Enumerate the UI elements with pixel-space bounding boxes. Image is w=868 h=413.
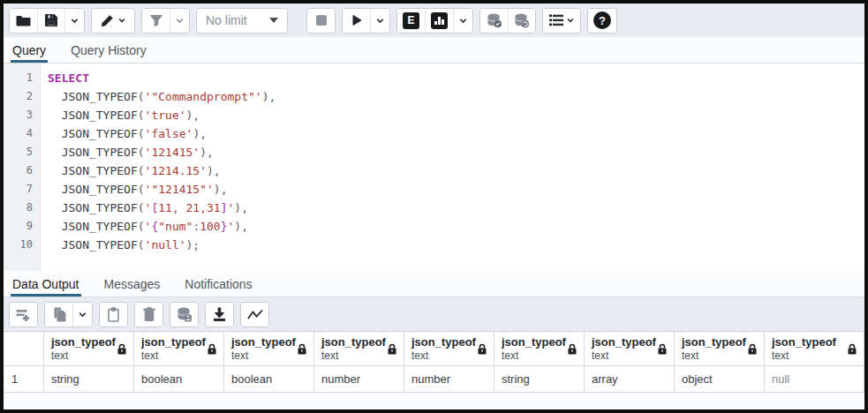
column-name: json_typeof bbox=[231, 335, 294, 349]
chevron-down-icon bbox=[78, 310, 87, 319]
query-toolbar: No limit E bbox=[4, 4, 864, 37]
chevron-down-icon bbox=[117, 16, 126, 25]
edit-pencil-icon bbox=[101, 13, 115, 27]
query-tool-window: No limit E bbox=[0, 0, 868, 413]
column-type: text bbox=[682, 349, 744, 362]
data-cell[interactable]: array bbox=[585, 366, 675, 393]
copy-dropdown-button[interactable] bbox=[72, 303, 92, 327]
download-button[interactable] bbox=[206, 303, 233, 327]
line-number: 3 bbox=[4, 106, 40, 124]
chevron-down-icon bbox=[175, 16, 185, 26]
tab-query[interactable]: Query bbox=[12, 37, 46, 63]
query-tabstrip: Query Query History bbox=[4, 37, 864, 64]
column-header[interactable]: json_typeoftext bbox=[585, 332, 675, 366]
code-line: JSON_TYPEOF('1214.15'), bbox=[48, 161, 275, 180]
code-line: JSON_TYPEOF('null'); bbox=[48, 236, 275, 254]
explain-dropdown-button[interactable] bbox=[453, 9, 472, 33]
stop-button-group bbox=[306, 8, 336, 34]
column-header[interactable]: json_typeoftext bbox=[314, 332, 404, 366]
tab-notifications[interactable]: Notifications bbox=[185, 271, 252, 297]
grid-corner-cell[interactable] bbox=[4, 332, 44, 366]
lock-icon bbox=[747, 343, 758, 355]
save-icon bbox=[44, 13, 58, 27]
delete-group bbox=[134, 302, 163, 327]
help-button[interactable]: ? bbox=[588, 9, 616, 33]
sql-editor[interactable]: 12345678910 SELECT JSON_TYPEOF('"Command… bbox=[4, 64, 864, 271]
row-limit-select[interactable]: No limit bbox=[197, 9, 287, 33]
column-name: json_typeof bbox=[682, 335, 744, 349]
data-cell[interactable]: number bbox=[404, 366, 494, 393]
data-cell[interactable]: string bbox=[44, 366, 134, 393]
column-header[interactable]: json_typeoftext bbox=[494, 332, 585, 366]
filter-button[interactable] bbox=[142, 9, 170, 33]
macros-list-icon bbox=[549, 14, 563, 26]
explain-analyze-button[interactable] bbox=[425, 9, 453, 33]
lock-icon bbox=[207, 343, 217, 355]
lock-icon bbox=[477, 343, 487, 355]
code-line: JSON_TYPEOF('false'), bbox=[48, 124, 275, 143]
save-data-button[interactable] bbox=[170, 303, 198, 327]
tab-data-output[interactable]: Data Output bbox=[12, 271, 79, 297]
data-cell[interactable]: null bbox=[765, 366, 864, 393]
tab-query-history[interactable]: Query History bbox=[71, 37, 147, 63]
copy-button[interactable] bbox=[45, 303, 72, 327]
row-number-cell[interactable]: 1 bbox=[4, 366, 44, 393]
results-grid: json_typeoftextjson_typeoftextjson_typeo… bbox=[4, 331, 864, 393]
column-name: json_typeof bbox=[321, 335, 384, 349]
column-type: text bbox=[592, 349, 654, 362]
paste-group bbox=[99, 302, 128, 327]
filter-dropdown-button[interactable] bbox=[170, 9, 189, 33]
execute-dropdown-button[interactable] bbox=[370, 9, 389, 33]
row-limit-value: No limit bbox=[206, 13, 247, 27]
line-numbers: 12345678910 bbox=[4, 64, 41, 271]
save-data-group bbox=[170, 302, 199, 327]
save-dropdown-button[interactable] bbox=[64, 9, 84, 33]
download-group bbox=[205, 302, 234, 327]
explain-button[interactable]: E bbox=[397, 9, 425, 33]
line-number: 4 bbox=[4, 124, 40, 143]
macros-dropdown-button[interactable] bbox=[543, 9, 580, 33]
file-button-group bbox=[9, 8, 85, 34]
edit-button-group bbox=[91, 8, 135, 34]
data-cell[interactable]: object bbox=[675, 366, 765, 393]
column-header[interactable]: json_typeoftext bbox=[134, 332, 224, 366]
commit-database-icon bbox=[487, 13, 502, 28]
paste-button[interactable] bbox=[100, 303, 127, 327]
execute-button[interactable] bbox=[343, 9, 370, 33]
code-area[interactable]: SELECT JSON_TYPEOF('"Commandprompt"'), J… bbox=[41, 64, 275, 271]
column-header[interactable]: json_typeoftext bbox=[224, 332, 314, 366]
add-row-button[interactable] bbox=[10, 303, 37, 327]
transaction-button-group bbox=[479, 8, 536, 34]
play-icon bbox=[351, 14, 363, 26]
delete-button[interactable] bbox=[135, 303, 162, 327]
explain-analyze-chart-icon bbox=[431, 12, 448, 29]
column-header[interactable]: json_typeoftext bbox=[44, 332, 134, 366]
column-header[interactable]: json_typeoftext bbox=[404, 332, 494, 366]
column-type: text bbox=[411, 349, 474, 362]
column-name: json_typeof bbox=[502, 335, 564, 349]
output-tabstrip: Data Output Messages Notifications bbox=[4, 271, 864, 297]
data-cell[interactable]: string bbox=[494, 366, 585, 393]
rollback-button[interactable] bbox=[508, 9, 535, 33]
tab-messages[interactable]: Messages bbox=[104, 271, 161, 297]
download-csv-icon bbox=[213, 307, 226, 321]
chevron-down-icon bbox=[458, 16, 468, 26]
results-toolbar bbox=[4, 297, 864, 331]
column-type: text bbox=[141, 349, 204, 362]
help-icon: ? bbox=[593, 11, 611, 29]
save-file-button[interactable] bbox=[37, 9, 64, 33]
open-file-button[interactable] bbox=[10, 9, 37, 33]
column-header[interactable]: json_typeoftext bbox=[765, 332, 864, 366]
edit-dropdown-button[interactable] bbox=[92, 9, 134, 33]
data-cell[interactable]: number bbox=[314, 366, 404, 393]
column-header[interactable]: json_typeoftext bbox=[675, 332, 765, 366]
copy-icon bbox=[52, 307, 66, 322]
commit-button[interactable] bbox=[480, 9, 508, 33]
data-cell[interactable]: boolean bbox=[224, 366, 314, 393]
stop-button[interactable] bbox=[307, 9, 335, 33]
column-name: json_typeof bbox=[592, 335, 654, 349]
column-name: json_typeof bbox=[51, 335, 114, 349]
graph-visualiser-button[interactable] bbox=[241, 303, 268, 327]
data-cell[interactable]: boolean bbox=[134, 366, 224, 393]
chevron-down-icon bbox=[375, 16, 385, 26]
